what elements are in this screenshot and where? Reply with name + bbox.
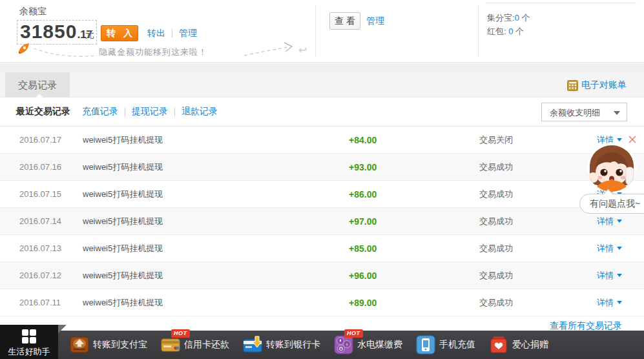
view-button[interactable]: 查 看 <box>329 12 360 30</box>
cell-status: 交易成功 <box>479 181 513 208</box>
cell-date: 2016.07.15 <box>19 181 61 208</box>
account-summary: 余额宝 31850.17 元 转 入 转出管理 隐藏金额功能移到这来啦！ ↩ 查… <box>0 0 644 63</box>
dashed-line-left <box>32 46 97 59</box>
cell-amount: +86.00 <box>349 181 377 208</box>
table-row: 2016.07.11 weiwei5打码挂机提现 +89.00 交易成功 详情 <box>0 289 644 316</box>
dock-item-label: 手机充值 <box>439 339 475 351</box>
spacer <box>0 63 644 72</box>
utilities-icon <box>334 335 353 354</box>
middle-manage-link[interactable]: 管理 <box>366 15 384 27</box>
dock-home-tab[interactable]: 生活好助手 <box>0 325 58 359</box>
yuebao-manage-link[interactable]: 管理 <box>179 28 197 38</box>
jifenbao-unit: 个 <box>521 13 530 23</box>
cell-status: 交易成功 <box>479 154 513 181</box>
dock-item-label: 转账到支付宝 <box>93 339 147 351</box>
divider <box>315 5 316 57</box>
detail-link[interactable]: 详情 <box>597 289 622 316</box>
cell-description: weiwei5打码挂机提现 <box>83 181 163 208</box>
hot-badge: HOT <box>171 329 190 338</box>
cell-description: weiwei5打码挂机提现 <box>83 235 163 262</box>
credit-card-icon <box>161 335 180 354</box>
balance-integer: 31850 <box>20 21 77 42</box>
dock-item-transfer-to-alipay[interactable]: 转账到支付宝 <box>70 335 147 354</box>
table-row: 2016.07.13 weiwei5打码挂机提现 +85.00 交易成功 详情 <box>0 235 644 262</box>
undo-curl-icon[interactable]: ↩ <box>298 44 307 56</box>
tab-bar: 交易记录 电子对账单 <box>0 72 644 97</box>
dock-item-label: 转账到银行卡 <box>266 339 320 351</box>
record-type-select[interactable]: 余额收支明细 <box>541 103 627 121</box>
cell-status: 交易成功 <box>479 262 513 289</box>
grid-icon <box>21 329 37 344</box>
e-statement-link[interactable]: 电子对账单 <box>567 79 627 91</box>
hongbao-value[interactable]: 0 <box>508 26 513 36</box>
cell-date: 2016.07.17 <box>19 127 61 154</box>
dock-item-transfer-to-bank-card[interactable]: 转账到银行卡 <box>243 335 320 354</box>
dock-item-credit-card-repayment[interactable]: HOT 信用卡还款 <box>161 335 229 354</box>
detail-link[interactable]: 详情 <box>597 262 622 289</box>
cell-date: 2016.07.11 <box>19 289 61 316</box>
table-row: 2016.07.17 weiwei5打码挂机提现 +84.00 交易关闭 详情 <box>0 127 644 154</box>
divider <box>478 5 479 57</box>
help-bubble[interactable]: 有问题点我~ <box>579 194 644 214</box>
withdraw-records-link[interactable]: 提现记录 <box>132 106 168 118</box>
transfer-alipay-icon <box>70 335 89 354</box>
chevron-down-icon <box>617 138 622 141</box>
yuebao-label: 余额宝 <box>19 6 47 17</box>
cell-description: weiwei5打码挂机提现 <box>83 208 163 235</box>
divider <box>172 29 172 37</box>
hongbao-label: 红包: <box>487 26 506 36</box>
chevron-down-icon <box>617 220 622 223</box>
record-type-value: 余额收支明细 <box>550 107 600 119</box>
phone-icon <box>416 335 435 354</box>
cell-amount: +96.00 <box>349 262 377 289</box>
cell-status: 交易关闭 <box>479 127 513 154</box>
dock-item-label: 爱心捐赠 <box>512 339 548 351</box>
transfer-in-button[interactable]: 转 入 <box>101 25 138 41</box>
detail-link[interactable]: 详情 <box>597 235 622 262</box>
dock-item-utilities-payment[interactable]: HOT 水电煤缴费 <box>334 335 402 354</box>
jifenbao-label: 集分宝: <box>487 13 515 23</box>
cell-description: weiwei5打码挂机提现 <box>83 127 163 154</box>
dock-item-label: 水电煤缴费 <box>357 339 402 351</box>
mascot-avatar[interactable] <box>583 143 640 192</box>
chevron-down-icon <box>617 274 622 277</box>
alipay-balance-page: 余额宝 31850.17 元 转 入 转出管理 隐藏金额功能移到这来啦！ ↩ 查… <box>0 0 644 359</box>
hot-badge: HOT <box>344 329 363 338</box>
tab-transaction-records[interactable]: 交易记录 <box>5 72 70 97</box>
chevron-down-icon <box>617 247 622 250</box>
dock-item-donation[interactable]: 爱心捐赠 <box>489 335 548 354</box>
home-tab-fold <box>58 325 67 333</box>
detail-label: 详情 <box>597 271 614 280</box>
recent-records-title: 最近交易记录 <box>16 106 70 118</box>
detail-label: 详情 <box>597 298 614 307</box>
refund-records-link[interactable]: 退款记录 <box>182 106 218 118</box>
cell-amount: +97.00 <box>349 208 377 235</box>
detail-label: 详情 <box>597 243 614 253</box>
cell-status: 交易成功 <box>479 208 513 235</box>
jifenbao-value[interactable]: 0 <box>515 13 519 23</box>
balance-unit: 元 <box>85 29 94 41</box>
bank-card-icon <box>243 335 262 354</box>
transfer-out-link[interactable]: 转出 <box>147 28 165 38</box>
cell-date: 2016.07.14 <box>19 208 61 235</box>
dashed-arrow-right <box>244 41 297 58</box>
recharge-records-link[interactable]: 充值记录 <box>82 106 118 118</box>
dock-item-mobile-recharge[interactable]: 手机充值 <box>416 335 475 354</box>
cell-description: weiwei5打码挂机提现 <box>83 262 163 289</box>
cell-amount: +93.00 <box>349 154 377 181</box>
table-row: 2016.07.14 weiwei5打码挂机提现 +97.00 交易成功 详情 <box>0 208 644 235</box>
donation-heart-icon <box>489 335 508 354</box>
transaction-table: 2016.07.17 weiwei5打码挂机提现 +84.00 交易关闭 详情 … <box>0 127 644 316</box>
hide-amount-tip: 隐藏金额功能移到这来啦！ <box>99 46 207 58</box>
cell-description: weiwei5打码挂机提现 <box>83 154 163 181</box>
home-tab-label: 生活好助手 <box>0 346 58 358</box>
filter-row: 最近交易记录 充值记录 提现记录 退款记录 余额收支明细 <box>0 97 644 127</box>
table-row: 2016.07.16 weiwei5打码挂机提现 +93.00 交易成功 详情 <box>0 154 644 181</box>
close-icon[interactable] <box>627 134 638 145</box>
bottom-dock: 转账到支付宝 HOT 信用卡还款 <box>0 331 644 359</box>
hongbao-row: 红包: 0 个 <box>487 26 524 37</box>
tab-label: 交易记录 <box>18 79 57 90</box>
cell-status: 交易成功 <box>479 235 513 262</box>
cell-amount: +84.00 <box>349 127 377 154</box>
cell-status: 交易成功 <box>479 289 513 316</box>
